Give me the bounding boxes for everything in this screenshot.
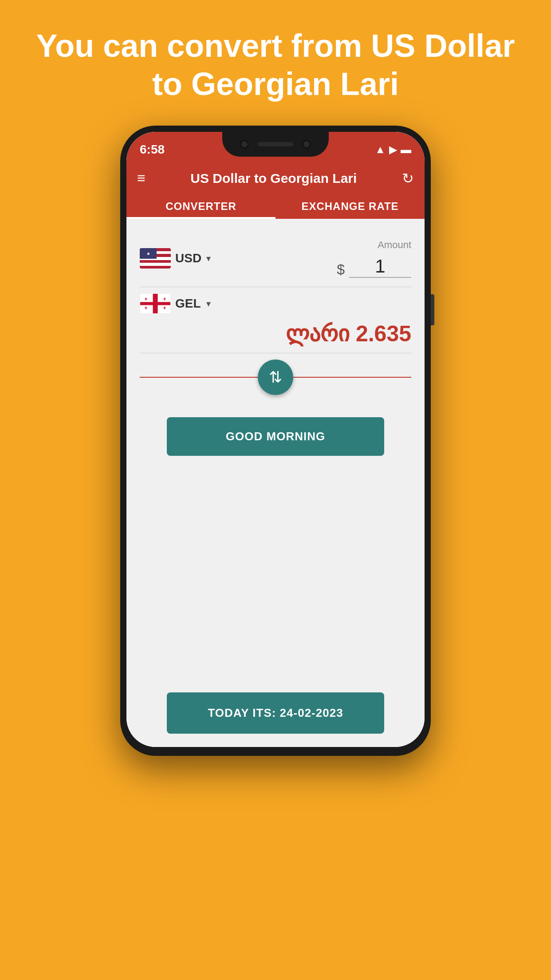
- to-currency-left: + + + + GEL ▾: [140, 293, 211, 314]
- menu-icon[interactable]: ≡: [137, 170, 146, 186]
- promo-text: You can convert from US Dollar to Georgi…: [0, 0, 551, 121]
- divider-row: ⇅: [140, 360, 411, 395]
- status-time: 6:58: [140, 142, 165, 157]
- tab-converter[interactable]: CONVERTER: [126, 194, 276, 219]
- gel-flag-icon: + + + +: [140, 293, 171, 314]
- from-currency-right: Amount $: [216, 239, 411, 278]
- separator-2: [140, 353, 411, 353]
- from-currency-dropdown[interactable]: ▾: [206, 253, 211, 264]
- gel-small-cross-tl: +: [145, 296, 148, 302]
- from-currency-code: USD: [175, 251, 202, 265]
- greeting-button[interactable]: GOOD MORNING: [167, 417, 384, 456]
- phone-screen: 6:58 ▲ ▶ ▬ ≡ US Dollar to Georgian Lari …: [126, 132, 425, 747]
- battery-icon: ▬: [401, 143, 411, 156]
- date-button[interactable]: TODAY ITS: 24-02-2023: [167, 692, 384, 734]
- separator-1: [140, 287, 411, 287]
- app-bar: ≡ US Dollar to Georgian Lari ↻: [126, 163, 425, 194]
- from-currency-left: ★ USD ▾: [140, 248, 211, 269]
- us-flag-canton: ★: [140, 248, 157, 259]
- status-bar: 6:58 ▲ ▶ ▬: [126, 132, 425, 163]
- phone-shell: 6:58 ▲ ▶ ▬ ≡ US Dollar to Georgian Lari …: [120, 126, 431, 756]
- refresh-icon[interactable]: ↻: [402, 170, 414, 187]
- tabs: CONVERTER EXCHANGE RATE: [126, 194, 425, 219]
- to-currency-row: + + + + GEL ▾: [140, 289, 411, 318]
- side-button-right: [431, 294, 434, 325]
- promo-section: You can convert from US Dollar to Georgi…: [0, 0, 551, 121]
- screen-content: ★ USD ▾ Amount $: [126, 219, 425, 747]
- notch-speaker: [258, 142, 293, 146]
- converted-amount: ლარი 2.635: [140, 321, 411, 347]
- gel-cross-vertical: [153, 294, 158, 313]
- swap-icon: ⇅: [269, 368, 282, 387]
- to-currency-code: GEL: [175, 296, 202, 311]
- notch: [222, 132, 329, 157]
- tab-exchange-rate[interactable]: EXCHANGE RATE: [276, 194, 425, 219]
- us-flag-icon: ★: [140, 248, 171, 269]
- swap-button[interactable]: ⇅: [258, 360, 293, 395]
- signal-icon: ▶: [389, 143, 397, 156]
- us-flag-star: ★: [146, 251, 150, 256]
- phone-wrapper: 6:58 ▲ ▶ ▬ ≡ US Dollar to Georgian Lari …: [116, 126, 435, 980]
- notch-camera-2: [302, 140, 311, 149]
- from-currency-symbol: $: [337, 261, 345, 278]
- app-title: US Dollar to Georgian Lari: [190, 171, 357, 186]
- gel-cross-container: + + + +: [140, 294, 170, 313]
- to-currency-dropdown[interactable]: ▾: [206, 298, 211, 309]
- notch-camera: [240, 140, 249, 149]
- gel-small-cross-bl: +: [145, 305, 148, 311]
- status-icons: ▲ ▶ ▬: [375, 143, 411, 156]
- amount-input[interactable]: [349, 256, 411, 278]
- gel-small-cross-tr: +: [163, 296, 166, 302]
- gel-small-cross-br: +: [163, 305, 166, 311]
- wifi-icon: ▲: [375, 143, 386, 156]
- amount-label: Amount: [378, 239, 411, 251]
- amount-input-row: $: [337, 253, 411, 278]
- from-currency-row: ★ USD ▾ Amount $: [140, 232, 411, 285]
